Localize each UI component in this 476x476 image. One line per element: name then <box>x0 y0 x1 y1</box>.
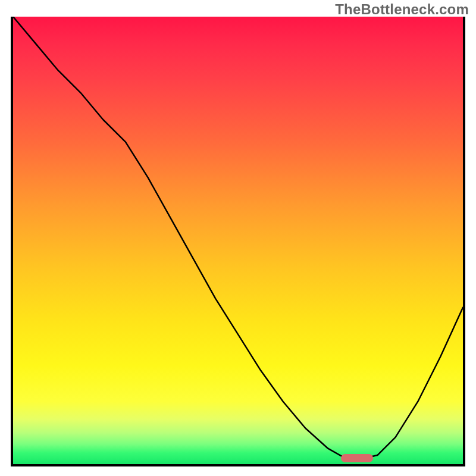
watermark-text: TheBottleneck.com <box>335 1 469 18</box>
plot-area <box>11 17 465 466</box>
bottleneck-curve <box>13 17 463 464</box>
min-marker <box>341 454 373 462</box>
chart-frame: TheBottleneck.com <box>0 0 476 476</box>
